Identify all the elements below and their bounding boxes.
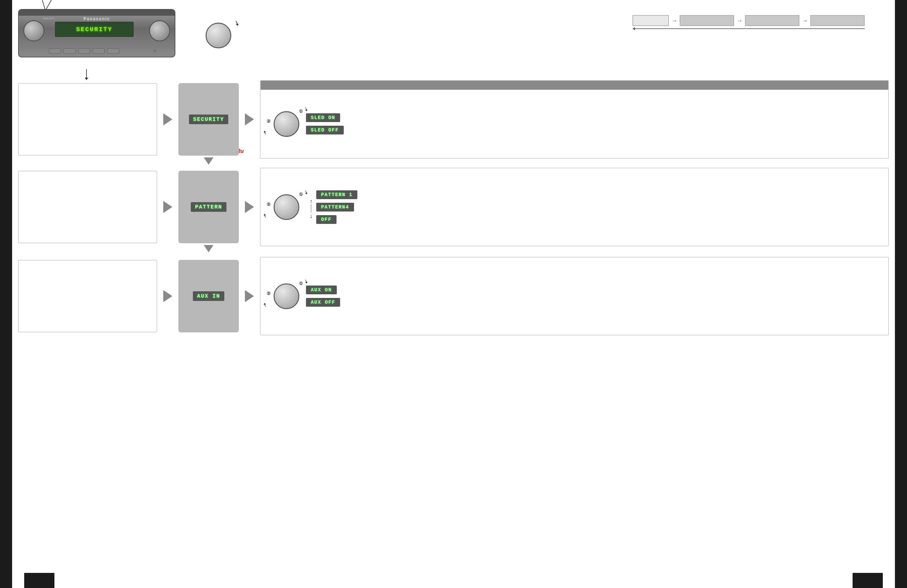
pattern-option-1-text: PATTERN 1 <box>321 192 353 198</box>
pattern-center-text: PATTERN <box>195 204 222 210</box>
pattern-knob-container: ① ② <box>267 194 306 220</box>
security-down-arrow <box>204 157 213 165</box>
svg-marker-7 <box>305 282 308 283</box>
svg-marker-2 <box>236 24 239 26</box>
pattern-right-panel: ① ② ↑ ↓ <box>260 168 889 246</box>
pattern-right-arrow <box>245 201 254 213</box>
left-bar <box>0 0 12 588</box>
pattern-arrows: ↑ ↓ <box>309 195 312 219</box>
device-btn-3 <box>78 48 90 54</box>
aux-right-panel: ① ② AUX ON <box>260 257 889 336</box>
flow-arrow-3: → <box>802 17 808 24</box>
device-display-text: SECURITY <box>76 26 112 33</box>
pattern-down-arrow <box>204 245 213 252</box>
pattern-center-inner: PATTERN <box>191 202 226 212</box>
svg-marker-6 <box>264 214 266 216</box>
device-display: SECURITY <box>55 22 134 37</box>
device-top-strip <box>19 10 175 16</box>
top-section: Panasonic SECURITY WMA MP3 <box>18 6 889 72</box>
aux-option-2: AUX OFF <box>306 298 340 307</box>
pattern-panel-content: ① ② ↑ ↓ <box>261 168 888 246</box>
device-knob-left <box>23 20 45 42</box>
aux-options: AUX ON AUX OFF <box>306 283 882 310</box>
flow-box-1 <box>633 15 669 26</box>
top-knob-icon <box>205 23 239 56</box>
aux-center-display: AUX IN <box>178 260 239 332</box>
flow-arrow-2: → <box>737 17 742 24</box>
aux-option-1: AUX ON <box>306 286 337 294</box>
pattern-option-3-text: OFF <box>321 217 332 222</box>
security-knob-container: ① ② <box>267 111 306 137</box>
security-center-text: SECURITY <box>193 116 224 122</box>
pattern-ccw-svg <box>264 209 273 219</box>
security-option-1: SLED ON <box>306 113 340 122</box>
pattern-knob <box>274 194 299 220</box>
svg-marker-8 <box>264 303 266 305</box>
security-right-arrow <box>245 113 254 125</box>
device-btn-1 <box>49 48 61 54</box>
security-center-inner: SECURITY <box>189 115 228 124</box>
pattern-rotation-svg <box>298 190 308 199</box>
bottom-bar-right <box>853 573 883 588</box>
aux-right-arrow <box>245 290 254 302</box>
flow-diagram: → → → <box>633 15 865 30</box>
aux-center-inner: AUX IN <box>193 291 224 301</box>
pattern-down-arrow: ↓ <box>309 213 312 219</box>
row-security: SECURITY ① ② <box>18 78 889 160</box>
security-panel-header <box>261 81 888 90</box>
device-body: Panasonic SECURITY WMA MP3 <box>18 9 175 58</box>
security-option-2: SLED OFF <box>306 126 344 134</box>
security-left-box <box>18 83 157 156</box>
security-panel-content: ① ② SLED ON <box>261 90 888 158</box>
main-content: Panasonic SECURITY WMA MP3 <box>12 0 895 588</box>
security-center-display: SECURITY <box>178 83 239 156</box>
back-arrow-container <box>633 27 865 30</box>
aux-ccw-svg <box>264 299 273 308</box>
aux-center-text: AUX IN <box>197 293 220 299</box>
pattern-center-display: PATTERN <box>178 171 239 243</box>
device-btn-4 <box>93 48 104 54</box>
flow-arrow-1: → <box>671 17 677 24</box>
back-arrowhead <box>633 27 635 30</box>
security-options: SLED ON SLED OFF <box>306 110 882 137</box>
device-btn-5 <box>107 48 119 54</box>
security-arrow-1 <box>163 113 172 125</box>
pattern-left-box <box>18 171 157 243</box>
aux-left-box <box>18 260 157 332</box>
pattern-options: PATTERN 1 PATTERN4 OFF <box>316 187 882 227</box>
aux-knob-num2: ② <box>267 291 271 296</box>
security-knob-num2: ② <box>267 119 271 124</box>
security-option-2-text: SLED OFF <box>311 128 339 133</box>
device-btn-2 <box>64 48 75 54</box>
bottom-bar-left <box>24 573 54 588</box>
back-arrow-line <box>635 29 865 29</box>
aux-option-2-text: AUX OFF <box>311 300 335 305</box>
pattern-knob-num2: ② <box>267 202 271 207</box>
aux-option-1-text: AUX ON <box>311 288 332 293</box>
right-bar <box>895 0 907 588</box>
svg-marker-5 <box>305 193 308 194</box>
pattern-arrow-1 <box>163 201 172 213</box>
security-right-panel: ① ② SLED ON <box>260 80 889 159</box>
wma-label: WMA MP3 <box>43 17 54 20</box>
security-rotation-svg <box>298 107 308 116</box>
pattern-option-2: PATTERN4 <box>316 203 354 211</box>
aux-rotation-svg <box>298 279 308 288</box>
aux-panel-content: ① ② AUX ON <box>261 257 888 335</box>
device-container: Panasonic SECURITY WMA MP3 <box>18 9 187 69</box>
device-knob-right <box>149 20 170 42</box>
pattern-option-2-text: PATTERN4 <box>321 205 349 210</box>
aux-arrow-1 <box>163 290 172 302</box>
pattern-dotted-1 <box>311 205 311 213</box>
aux-knob-container: ① ② <box>267 283 306 309</box>
device-brand: Panasonic <box>83 16 110 21</box>
power-indicator <box>154 49 157 52</box>
pattern-up-arrow: ↑ <box>309 198 312 205</box>
rotation-arrow-svg <box>227 20 239 32</box>
security-option-1-text: SLED ON <box>311 115 335 121</box>
flow-box-2 <box>679 15 734 26</box>
device-buttons <box>49 48 119 54</box>
pattern-option-1: PATTERN 1 <box>316 190 357 199</box>
svg-marker-4 <box>264 131 266 133</box>
flow-box-4 <box>810 15 865 26</box>
